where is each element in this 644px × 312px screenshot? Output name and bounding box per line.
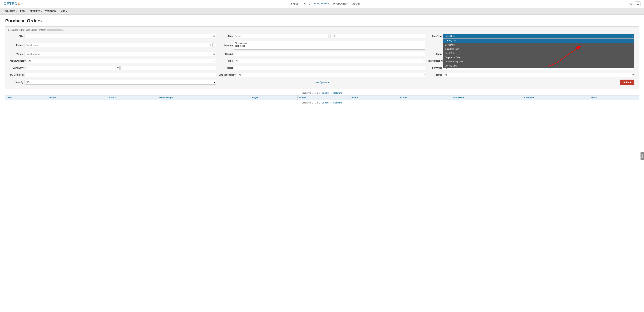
logo[interactable]: CETEC ERP xyxy=(4,2,23,6)
th-po[interactable]: PO # xyxy=(6,95,46,100)
filter-submit: Submit xyxy=(427,79,636,86)
filter-receipt: Receipt xyxy=(217,51,426,57)
nav-admin[interactable]: ADMIN xyxy=(352,3,360,5)
dt-option-req-arrival-date[interactable]: Req Arrival Date xyxy=(443,55,634,60)
nav-parts[interactable]: PARTS xyxy=(303,3,310,5)
terms-label: Terms xyxy=(428,74,442,76)
global-search-box[interactable]: 🔍 xyxy=(628,2,634,6)
view-by-label: View By xyxy=(10,81,24,84)
project-input[interactable] xyxy=(234,66,425,70)
menu-button[interactable]: ☰ xyxy=(635,2,640,6)
table-info-top: Displaying 0 - 0 of 0 Export +/- Columns xyxy=(5,92,639,94)
filter-location: Location All Locations Tech-X Inc. xyxy=(217,40,426,50)
dt-option-est-pay-date[interactable]: Est Pay Date xyxy=(443,64,634,68)
terms-select[interactable]: All xyxy=(443,73,634,77)
po-comment-label: PO Comment xyxy=(10,74,24,76)
po-search-icon[interactable]: 🔍 xyxy=(213,35,215,37)
date-type-select[interactable]: Entry Date Dock Date Orig Dock Date Need… xyxy=(443,34,634,38)
results-table: PO # Location Status Acknowledged Buyer … xyxy=(5,95,639,100)
th-acknowledged[interactable]: Acknowledged xyxy=(157,95,250,100)
filter-prcpart: Prcpart 🔍 xyxy=(8,42,217,48)
nav-production[interactable]: PRODUCTION xyxy=(333,3,348,5)
nav-mrp[interactable]: MRP ▾ xyxy=(60,9,68,13)
secondary-nav: PQUOTES ▾ POS ▾ RECEIPTS ▾ VENDORS ▾ MRP… xyxy=(0,8,644,15)
days-early-op-select[interactable]: < > = xyxy=(24,66,120,70)
th-vendor[interactable]: Vendor xyxy=(298,95,351,100)
acknowledged-label: Acknowledged? xyxy=(10,60,26,62)
days-early-input[interactable] xyxy=(120,66,216,70)
th-location[interactable]: Location xyxy=(46,95,108,100)
date-type-dropdown: ✓ Entry Date Dock Date Orig Dock Date Ne… xyxy=(443,38,634,68)
line-vouchered-label: Line Vouchered? xyxy=(219,74,236,76)
search-icon: 🔍 xyxy=(629,3,632,5)
date-range: - xyxy=(234,34,425,38)
nav-pos[interactable]: POS ▾ xyxy=(19,9,28,13)
view-by-select[interactable]: PO Line xyxy=(24,80,216,85)
filter-acknowledged: Acknowledged? All Yes No xyxy=(8,58,217,64)
vendor-label: Vendor xyxy=(10,53,24,55)
date-type-label: Date Type xyxy=(428,35,442,37)
prcpart-checkbox[interactable] xyxy=(214,44,216,46)
main-content: Purchase Orders (Restricted to Purchase … xyxy=(0,15,644,108)
intercompany-label: Intercompany? xyxy=(428,60,443,62)
nav-sales[interactable]: SALES xyxy=(291,3,299,5)
project-label: Project xyxy=(219,67,233,69)
for-order-label: For Order xyxy=(428,67,442,69)
dt-option-entry-date[interactable]: ✓ Entry Date xyxy=(443,39,634,43)
vendor-input[interactable] xyxy=(24,52,216,56)
table-header: PO # Location Status Acknowledged Buyer … xyxy=(6,95,639,100)
display-count-top: Displaying 0 - 0 of 0 xyxy=(302,92,320,94)
dt-option-promised-ship-date[interactable]: Promised Ship Date xyxy=(443,60,634,64)
days-early-wrap: < > = xyxy=(24,66,216,70)
line-vouchered-select[interactable]: All Yes No xyxy=(237,73,425,77)
th-buyer[interactable]: Buyer xyxy=(250,95,298,100)
less-options-btn[interactable]: Less Options ▲ xyxy=(314,81,329,84)
vendor-search-icon[interactable]: 🔍 xyxy=(213,53,215,55)
days-early-label: Days Early xyxy=(10,67,24,69)
nav-purchasing[interactable]: PURCHASING xyxy=(314,2,329,6)
nav-receipts[interactable]: RECEIPTS ▾ xyxy=(28,9,43,13)
prcpart-input[interactable] xyxy=(24,43,213,47)
logo-erp: ERP xyxy=(18,3,23,5)
receipt-input[interactable] xyxy=(234,52,425,56)
prcpart-label: Prcpart xyxy=(10,44,24,46)
nav-pquotes[interactable]: PQUOTES ▾ xyxy=(4,9,18,13)
columns-link-top[interactable]: +/- Columns xyxy=(330,92,342,94)
filter-less-options[interactable]: Less Options ▲ xyxy=(217,80,426,84)
restricted-label: (Restricted to Purchase Orders For User:… xyxy=(8,29,636,31)
filter-panel-inner: (Restricted to Purchase Orders For User:… xyxy=(8,29,636,86)
filter-project: Project xyxy=(217,65,426,71)
filter-po: PO # 🔍 xyxy=(8,33,217,39)
po-comment-input[interactable] xyxy=(24,73,216,77)
logo-cetec: CETEC xyxy=(4,2,18,6)
export-link-top[interactable]: Export xyxy=(322,92,328,94)
location-all[interactable]: All Locations xyxy=(234,42,424,45)
date-to-input[interactable] xyxy=(330,34,425,38)
prcpart-input-wrap: 🔍 xyxy=(24,43,213,47)
location-techx[interactable]: Tech-X Inc. xyxy=(234,45,424,47)
columns-link-bottom[interactable]: +/- Columns xyxy=(330,102,342,104)
location-list[interactable]: All Locations Tech-X Inc. xyxy=(234,41,425,50)
th-lines[interactable]: # Lines xyxy=(398,95,452,100)
prcpart-search-icon[interactable]: 🔍 xyxy=(209,44,212,46)
type-select[interactable]: All Standard Blanket xyxy=(234,59,425,63)
table-info-bottom: Displaying 0 - 0 of 0 Export +/- Columns xyxy=(5,102,639,104)
acknowledged-select[interactable]: All Yes No xyxy=(27,59,216,63)
th-status[interactable]: Status xyxy=(108,95,157,100)
filter-row-6: PO Comment Line Vouchered? All Yes No Te… xyxy=(8,72,636,78)
po-input[interactable] xyxy=(24,34,216,38)
th-ven-num[interactable]: Ven. # xyxy=(351,95,398,100)
th-status2[interactable]: Status xyxy=(589,95,639,100)
th-comment[interactable]: Comment xyxy=(523,95,589,100)
th-entry-date[interactable]: Entry Date xyxy=(452,95,523,100)
export-link-bottom[interactable]: Export xyxy=(322,102,328,104)
dt-option-dock-date[interactable]: Dock Date xyxy=(443,43,634,47)
filter-type: Type All Standard Blanket xyxy=(217,58,426,64)
date-from-input[interactable] xyxy=(234,34,328,38)
filter-line-vouchered: Line Vouchered? All Yes No xyxy=(217,72,426,78)
dt-option-orig-dock-date[interactable]: Orig Dock Date xyxy=(443,47,634,51)
dt-option-need-date[interactable]: Need Date xyxy=(443,51,634,55)
nav-vendors[interactable]: VENDORS ▾ xyxy=(44,9,59,13)
date-type-wrap: Entry Date Dock Date Orig Dock Date Need… xyxy=(443,34,634,38)
submit-button[interactable]: Submit xyxy=(620,80,634,85)
